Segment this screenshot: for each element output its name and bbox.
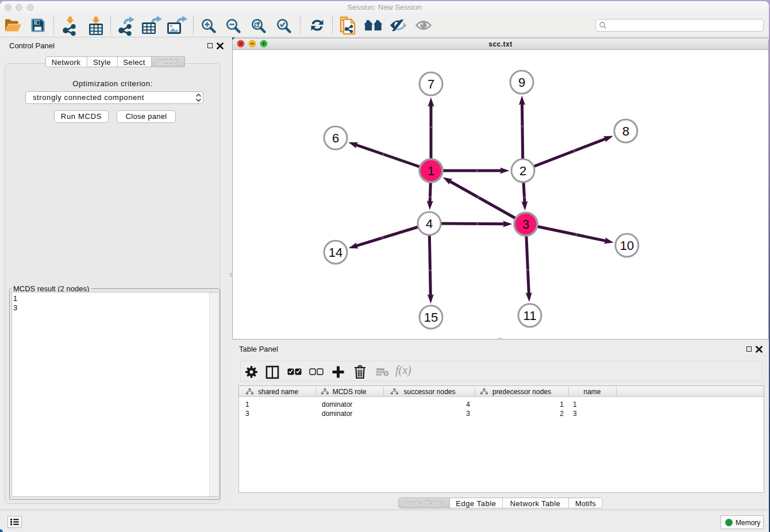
svg-text:3: 3 <box>522 217 529 232</box>
svg-text:11: 11 <box>523 309 537 323</box>
svg-text:6: 6 <box>332 131 339 145</box>
svg-text:4: 4 <box>426 217 433 231</box>
svg-text:7: 7 <box>428 77 434 91</box>
svg-text:14: 14 <box>329 245 342 260</box>
svg-text:9: 9 <box>518 75 525 90</box>
svg-text:1: 1 <box>428 164 434 178</box>
svg-text:10: 10 <box>620 238 634 253</box>
svg-text:2: 2 <box>519 164 526 178</box>
svg-text:8: 8 <box>622 124 629 138</box>
svg-text:15: 15 <box>424 310 438 325</box>
